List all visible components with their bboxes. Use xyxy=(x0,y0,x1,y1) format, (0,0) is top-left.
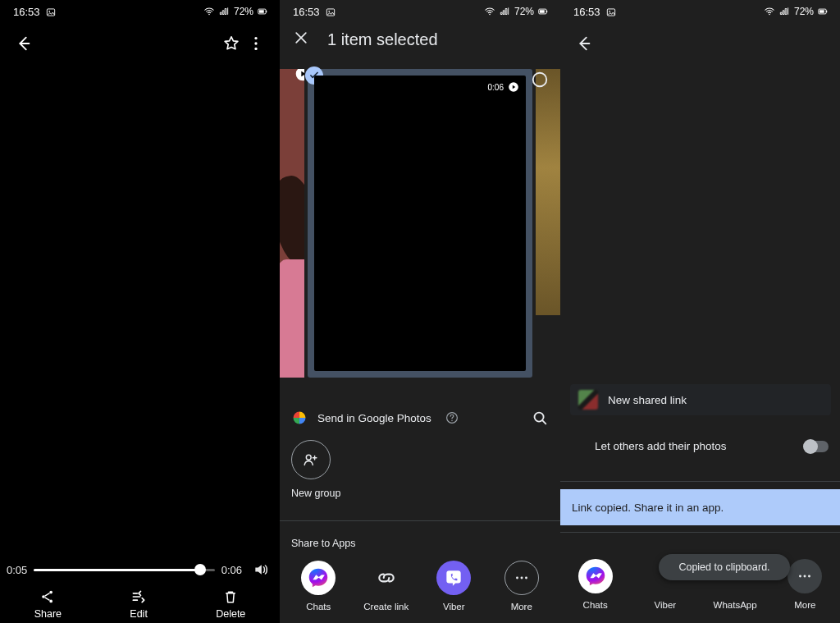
edit-button[interactable]: Edit xyxy=(121,587,156,621)
google-photos-icon xyxy=(291,410,308,426)
overflow-button[interactable] xyxy=(244,31,268,56)
wifi-icon xyxy=(484,6,495,17)
share-app-more[interactable]: More xyxy=(493,561,550,612)
share-app-viber[interactable]: Viber xyxy=(425,561,482,612)
play-icon xyxy=(508,81,519,93)
new-shared-link-label: New shared link xyxy=(608,394,687,406)
close-button[interactable] xyxy=(293,30,309,49)
sliders-icon xyxy=(130,589,147,605)
status-time: 16:53 xyxy=(13,6,40,18)
play-icon xyxy=(294,69,304,82)
video-scrubber-row: 0:05 0:06 xyxy=(7,557,273,582)
battery-icon xyxy=(537,6,549,17)
share-to-apps-title: Share to Apps xyxy=(280,526,560,559)
battery-icon xyxy=(257,6,268,17)
more-horiz-icon xyxy=(788,559,822,593)
app-label: More xyxy=(511,602,532,612)
link-icon xyxy=(369,561,404,595)
wifi-icon xyxy=(764,6,775,17)
video-duration: 0:06 xyxy=(488,83,504,92)
share-link-screen: 16:53 72% New shared link Let others add… xyxy=(560,0,840,623)
send-in-photos-button[interactable]: Send in Google Photos xyxy=(317,412,431,424)
let-others-add-label: Let others add their photos xyxy=(595,440,727,452)
search-button[interactable] xyxy=(531,409,549,427)
status-time: 16:53 xyxy=(293,6,320,18)
battery-percent: 72% xyxy=(234,6,253,17)
status-time: 16:53 xyxy=(573,6,600,18)
battery-percent: 72% xyxy=(514,6,534,17)
app-label: Chats xyxy=(306,602,331,612)
new-shared-link-card[interactable]: New shared link xyxy=(570,384,831,415)
arrow-left-icon xyxy=(575,34,593,53)
svg-point-20 xyxy=(533,73,547,87)
picture-icon xyxy=(325,7,336,18)
messenger-icon xyxy=(301,561,336,595)
star-icon xyxy=(222,34,240,53)
share-app-chats[interactable]: Chats xyxy=(567,559,624,610)
picture-icon xyxy=(605,7,617,18)
wifi-icon xyxy=(203,6,215,17)
arrow-left-icon xyxy=(15,34,33,53)
divider xyxy=(560,532,840,533)
share-label: Share xyxy=(34,608,62,620)
edit-label: Edit xyxy=(130,608,148,620)
help-icon[interactable] xyxy=(445,410,459,425)
back-button[interactable] xyxy=(572,31,596,56)
selection-title: 1 item selected xyxy=(327,30,438,49)
favorite-button[interactable] xyxy=(219,31,244,56)
app-label: Chats xyxy=(583,600,608,610)
divider xyxy=(280,520,560,521)
new-group-button[interactable] xyxy=(291,440,331,479)
volume-icon xyxy=(253,561,269,578)
signal-icon xyxy=(778,6,790,17)
status-bar: 16:53 72% xyxy=(280,0,560,23)
close-icon xyxy=(293,30,309,46)
delete-button[interactable]: Delete xyxy=(208,587,253,621)
status-bar: 16:53 72% xyxy=(560,0,840,23)
thumbnail-selected[interactable]: 0:06 xyxy=(308,69,532,378)
new-group-label: New group xyxy=(291,488,549,499)
app-label: WhatsApp xyxy=(714,600,757,610)
app-label: More xyxy=(794,600,815,610)
trash-icon xyxy=(222,589,239,605)
thumbnail-prev[interactable] xyxy=(280,69,304,378)
app-label: Viber xyxy=(655,600,677,610)
more-vert-icon xyxy=(247,34,265,53)
picture-icon xyxy=(45,7,57,18)
app-label: Viber xyxy=(443,602,465,612)
signal-icon xyxy=(499,6,510,17)
divider xyxy=(560,481,840,482)
share-button[interactable]: Share xyxy=(26,587,70,621)
more-horiz-icon xyxy=(504,561,539,595)
copied-toast: Copied to clipboard. xyxy=(659,554,790,580)
let-others-add-toggle[interactable] xyxy=(804,441,829,452)
unselected-circle-icon xyxy=(531,71,549,89)
battery-icon xyxy=(817,6,829,17)
signal-icon xyxy=(218,6,230,17)
viber-icon xyxy=(436,561,471,595)
time-current: 0:05 xyxy=(7,564,27,576)
media-grid: 0:06 xyxy=(280,69,560,381)
video-viewer-screen: 16:53 72% 0:05 0:06 S xyxy=(0,0,280,623)
link-thumbnail xyxy=(578,390,598,410)
share-app-create-link[interactable]: Create link xyxy=(358,561,415,612)
selection-share-screen: 16:53 72% 1 item selected 0:06 xyxy=(280,0,560,623)
time-total: 0:06 xyxy=(221,564,242,576)
status-bar: 16:53 72% xyxy=(0,0,280,23)
delete-label: Delete xyxy=(216,608,245,620)
people-plus-icon xyxy=(302,451,320,469)
share-icon xyxy=(39,589,56,605)
link-copied-banner: Link copied. Share it in an app. xyxy=(560,489,840,525)
volume-button[interactable] xyxy=(249,557,273,582)
app-label: Create link xyxy=(363,602,409,612)
back-button[interactable] xyxy=(11,31,36,56)
battery-percent: 72% xyxy=(794,6,814,17)
share-sheet: Send in Google Photos New group Share to… xyxy=(280,396,560,623)
messenger-icon xyxy=(578,559,613,593)
video-scrubber[interactable] xyxy=(34,561,214,578)
share-app-chats[interactable]: Chats xyxy=(290,561,347,612)
thumbnail-next[interactable] xyxy=(536,69,560,315)
